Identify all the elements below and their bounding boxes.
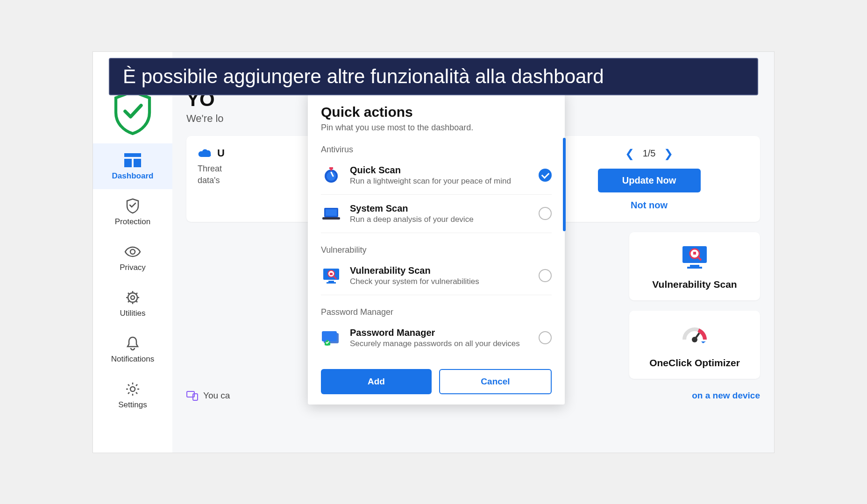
- sidebar-item-protection[interactable]: Protection: [93, 189, 172, 235]
- gauge-icon: [680, 321, 710, 351]
- section-password-label: Password Manager: [321, 307, 552, 317]
- svg-rect-9: [687, 267, 702, 269]
- scrollbar[interactable]: [563, 138, 566, 231]
- option-vulnerability-scan[interactable]: Vulnerability Scan Check your system for…: [321, 257, 552, 295]
- option-title: Vulnerability Scan: [350, 265, 530, 276]
- option-radio[interactable]: [539, 207, 552, 220]
- option-desc: Run a deep analysis of your device: [350, 215, 530, 224]
- option-quick-scan[interactable]: Quick Scan Run a lightweight scan for yo…: [321, 156, 552, 195]
- bottom-note-text: You ca: [203, 390, 230, 401]
- sidebar-item-label: Utilities: [120, 309, 146, 318]
- option-system-scan[interactable]: System Scan Run a deep analysis of your …: [321, 195, 552, 233]
- wallet-shield-icon: [321, 327, 341, 348]
- svg-rect-24: [327, 282, 336, 284]
- not-now-link[interactable]: Not now: [631, 200, 668, 211]
- sidebar-item-privacy[interactable]: Privacy: [93, 235, 172, 281]
- monitor-search-icon: [680, 242, 710, 272]
- svg-rect-1: [124, 159, 132, 167]
- sidebar-item-notifications[interactable]: Notifications: [93, 327, 172, 372]
- option-radio[interactable]: [539, 331, 552, 344]
- bell-icon: [124, 335, 141, 352]
- sidebar-item-dashboard[interactable]: Dashboard: [93, 143, 172, 189]
- option-desc: Securely manage passwords on all your de…: [350, 339, 530, 348]
- svg-point-5: [131, 296, 135, 299]
- eye-icon: [124, 243, 141, 260]
- svg-rect-26: [330, 273, 333, 275]
- sidebar-item-label: Privacy: [120, 263, 146, 272]
- option-radio[interactable]: [539, 169, 552, 182]
- sidebar-item-label: Protection: [115, 217, 151, 227]
- svg-rect-17: [329, 167, 333, 169]
- option-desc: Check your system for vulnerabilities: [350, 277, 530, 286]
- section-antivirus-label: Antivirus: [321, 145, 552, 155]
- modal-subtitle: Pin what you use most to the dashboard.: [321, 123, 552, 133]
- cog-icon: [124, 381, 141, 398]
- svg-rect-11: [693, 252, 696, 255]
- svg-point-3: [130, 249, 135, 254]
- section-vulnerability-label: Vulnerability: [321, 245, 552, 255]
- sidebar-item-label: Notifications: [111, 355, 155, 364]
- stopwatch-icon: [321, 165, 341, 185]
- option-title: System Scan: [350, 203, 530, 214]
- tile-title: Vulnerability Scan: [652, 279, 737, 290]
- option-password-manager[interactable]: Password Manager Securely manage passwor…: [321, 319, 552, 357]
- card-title-text: U: [217, 147, 225, 159]
- svg-rect-20: [326, 209, 337, 216]
- option-title: Quick Scan: [350, 165, 530, 176]
- option-radio[interactable]: [539, 269, 552, 282]
- modal-title: Quick actions: [321, 104, 552, 120]
- svg-rect-2: [134, 159, 141, 167]
- sidebar-item-label: Dashboard: [112, 171, 154, 181]
- svg-rect-28: [322, 331, 337, 341]
- option-title: Password Manager: [350, 327, 530, 338]
- overlay-banner: È possibile aggiungere altre funzionalit…: [109, 58, 758, 95]
- cloud-icon: [198, 148, 212, 159]
- svg-rect-21: [322, 217, 340, 220]
- laptop-icon: [321, 203, 341, 224]
- svg-rect-0: [124, 153, 141, 157]
- pager-text: 1/5: [643, 148, 656, 159]
- vulnerability-scan-tile[interactable]: Vulnerability Scan: [629, 232, 760, 300]
- svg-point-6: [130, 387, 135, 391]
- chevron-left-icon[interactable]: ❮: [625, 147, 634, 160]
- svg-rect-23: [328, 281, 334, 282]
- svg-rect-8: [690, 265, 699, 267]
- dashboard-icon: [124, 152, 141, 169]
- quick-actions-modal: Quick actions Pin what you use most to t…: [308, 91, 565, 405]
- sidebar-item-label: Settings: [118, 400, 147, 410]
- shield-check-icon: [112, 89, 154, 136]
- devices-icon: [186, 390, 199, 401]
- pager: ❮ 1/5 ❯: [625, 147, 674, 160]
- chevron-right-icon[interactable]: ❯: [664, 147, 673, 160]
- monitor-lock-icon: [321, 265, 341, 286]
- sidebar-item-utilities[interactable]: Utilities: [93, 281, 172, 327]
- add-button[interactable]: Add: [321, 369, 432, 394]
- cancel-button[interactable]: Cancel: [439, 369, 552, 394]
- oneclick-optimizer-tile[interactable]: OneClick Optimizer: [629, 311, 760, 379]
- option-desc: Run a lightweight scan for your peace of…: [350, 177, 530, 186]
- tile-title: OneClick Optimizer: [649, 357, 740, 369]
- gear-icon: [124, 289, 141, 306]
- update-card: ❮ 1/5 ❯ Update Now Not now: [538, 136, 760, 222]
- svg-rect-18: [330, 169, 332, 170]
- new-device-link[interactable]: on a new device: [692, 390, 760, 401]
- sidebar: Dashboard Protection Privacy Utilities: [93, 52, 172, 453]
- shield-icon: [124, 198, 141, 214]
- sidebar-item-settings[interactable]: Settings: [93, 372, 172, 418]
- app-window: Dashboard Protection Privacy Utilities: [92, 51, 775, 453]
- update-now-button[interactable]: Update Now: [598, 169, 701, 192]
